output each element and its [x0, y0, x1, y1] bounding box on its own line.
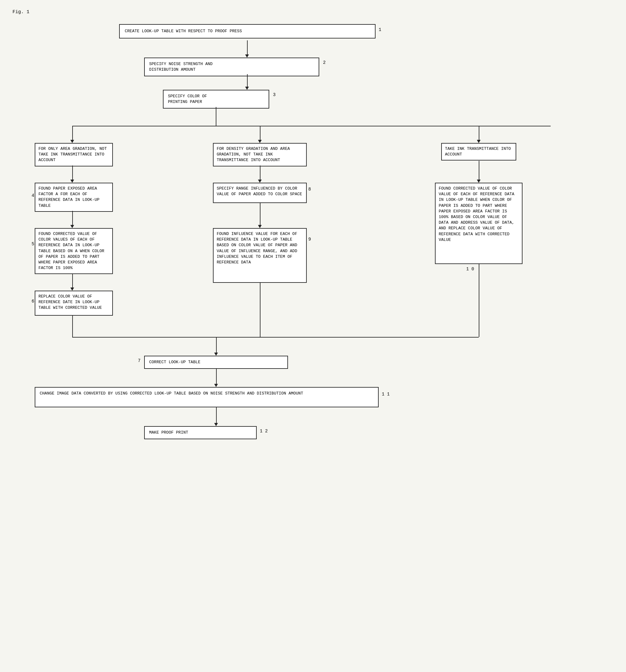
step1-box: CREATE LOOK-UP TABLE WITH RESPECT TO PRO…: [119, 24, 376, 39]
step3-box: SPECIFY COLOR OF PRINTING PAPER: [163, 90, 269, 109]
label-12: 1 2: [260, 429, 268, 434]
step9-box: FOUND INFLUENCE VALUE FOR EACH OF REFERE…: [213, 228, 307, 283]
step4-box: FOUND PAPER EXPOSED AREA FACTOR α FOR EA…: [35, 183, 113, 212]
step10-box: FOUND CORRECTED VALUE OF COLOR VALUE OF …: [435, 183, 523, 264]
label-3: 3: [273, 92, 275, 97]
step2-box: SPECIFY NOISE STRENGTH AND DISTRIBUTION …: [144, 57, 319, 76]
middle-branch-header: FOR DENSITY GRADATION AND AREA GRADATION…: [213, 143, 307, 166]
label-4: 4: [31, 193, 34, 198]
label-6: 6: [31, 299, 34, 304]
label-2: 2: [323, 60, 326, 65]
label-9: 9: [308, 237, 311, 242]
fig-label: Fig. 1: [12, 9, 614, 15]
label-5: 5: [31, 241, 34, 246]
step6-box: REPLACE COLOR VALUE OF REFERENCE DATE IN…: [35, 291, 113, 316]
label-8: 8: [308, 187, 311, 192]
step12-box: MAKE PROOF PRINT: [144, 426, 257, 439]
step5-box: FOUND CORRECTED VALUE OF COLOR VALUES OF…: [35, 228, 113, 274]
step11-box: CHANGE IMAGE DATA CONVERTED BY USING COR…: [35, 387, 379, 407]
step8-box: SPECIFY RANGE INFLUENCED BY COLOR VALUE …: [213, 183, 307, 203]
right-branch-header: TAKE INK TRANSMITTANCE INTO ACCOUNT: [441, 143, 516, 161]
label-10: 1 0: [466, 267, 474, 271]
label-7: 7: [138, 358, 141, 363]
left-branch-header: FOR ONLY AREA GRADATION, NOT TAKE INK TR…: [35, 143, 113, 166]
label-1: 1: [379, 27, 381, 32]
step7-box: CORRECT LOOK-UP TABLE: [144, 356, 288, 369]
label-11: 1 1: [382, 392, 390, 397]
